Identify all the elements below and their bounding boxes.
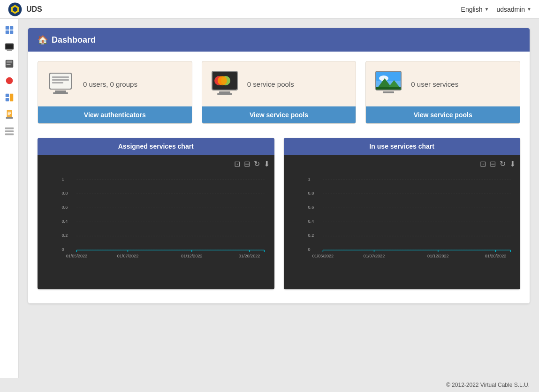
charts-row: Assigned services chart ⊡ ⊟ ↻ ⬇ 0 — [28, 138, 530, 289]
assigned-chart-icons: ⊡ ⊟ ↻ ⬇ — [42, 159, 270, 168]
view-authenticators-button[interactable]: View authenticators — [38, 106, 192, 123]
stat-card-users: 0 users, 0 groups View authenticators — [38, 61, 192, 124]
svg-rect-1 — [5, 26, 8, 30]
sidebar-item-dashboard[interactable] — [2, 23, 17, 38]
language-label: English — [461, 6, 483, 13]
assigned-chart-area: 0 0.2 0.4 0.6 0.8 1 — [42, 172, 270, 285]
services-icon — [4, 42, 15, 52]
svg-rect-30 — [55, 90, 66, 92]
service-pools-stat-icon — [210, 69, 240, 99]
sidebar-item-connectivity[interactable] — [2, 73, 17, 88]
svg-rect-31 — [53, 92, 68, 94]
svg-rect-15 — [5, 98, 8, 101]
view-user-services-button[interactable]: View service pools — [366, 106, 520, 123]
stat-top-users: 0 users, 0 groups — [38, 61, 192, 106]
svg-text:0.6: 0.6 — [308, 205, 314, 210]
svg-point-13 — [6, 77, 13, 84]
sidebar — [0, 19, 19, 378]
navbar: UDS English ▼ udsadmin ▼ — [0, 0, 539, 19]
svg-text:1: 1 — [62, 177, 64, 181]
svg-rect-22 — [5, 128, 13, 129]
authenticator-stat-icon — [46, 69, 76, 99]
svg-text:0.8: 0.8 — [62, 191, 68, 196]
sidebar-item-config[interactable] — [2, 124, 17, 139]
svg-rect-29 — [52, 82, 63, 83]
svg-text:0: 0 — [308, 247, 310, 252]
dashboard-icon — [4, 25, 15, 35]
inuse-chart-expand-icon[interactable]: ⊡ — [480, 159, 486, 168]
connectivity-icon — [4, 75, 15, 86]
stat-service-pools-value: 0 service pools — [247, 80, 294, 88]
assigned-chart-copy-icon[interactable]: ⊟ — [244, 159, 250, 168]
svg-text:01/12/2022: 01/12/2022 — [427, 254, 448, 258]
app-title: UDS — [26, 5, 42, 14]
svg-rect-23 — [5, 130, 13, 132]
sidebar-item-tools[interactable] — [2, 90, 17, 105]
svg-rect-26 — [50, 74, 71, 89]
svg-rect-28 — [52, 79, 69, 81]
svg-point-36 — [218, 76, 227, 85]
assigned-chart-title: Assigned services chart — [38, 138, 274, 155]
reports-icon — [4, 109, 15, 120]
config-icon — [4, 126, 15, 136]
user-label: udsadmin — [496, 6, 525, 13]
navbar-right: English ▼ udsadmin ▼ — [461, 6, 531, 13]
view-service-pools-button[interactable]: View service pools — [202, 106, 356, 123]
stat-top-user-services: 0 user services — [366, 61, 520, 106]
inuse-chart-download-icon[interactable]: ⬇ — [509, 159, 516, 168]
navbar-left: UDS — [8, 2, 42, 17]
assigned-chart-body: ⊡ ⊟ ↻ ⬇ 0 0.2 0.4 0.6 — [38, 155, 274, 289]
svg-rect-37 — [219, 91, 230, 93]
sidebar-item-reports[interactable] — [2, 107, 17, 122]
inuse-chart-body: ⊡ ⊟ ↻ ⬇ 0 0.2 0.4 0.6 — [284, 155, 521, 289]
stats-row: 0 users, 0 groups View authenticators — [28, 52, 530, 133]
svg-rect-27 — [52, 76, 69, 78]
dashboard-title: Dashboard — [52, 35, 96, 45]
sidebar-item-services[interactable] — [2, 39, 17, 54]
svg-rect-11 — [6, 62, 12, 63]
authenticators-icon — [4, 59, 15, 69]
assigned-chart-svg: 0 0.2 0.4 0.6 0.8 1 — [59, 172, 270, 266]
inuse-chart-copy-icon[interactable]: ⊟ — [490, 159, 496, 168]
inuse-services-chart: In use services chart ⊡ ⊟ ↻ ⬇ 0 — [284, 138, 521, 289]
svg-text:1: 1 — [308, 177, 310, 181]
svg-text:0.8: 0.8 — [308, 191, 314, 196]
inuse-chart-icons: ⊡ ⊟ ↻ ⬇ — [288, 159, 516, 168]
assigned-chart-download-icon[interactable]: ⬇ — [264, 159, 270, 168]
uds-logo — [8, 2, 23, 17]
svg-rect-14 — [5, 94, 8, 97]
sidebar-item-authenticators[interactable] — [2, 56, 17, 71]
svg-text:01/12/2022: 01/12/2022 — [181, 254, 202, 258]
stat-card-user-services: 0 user services View service pools — [365, 61, 520, 124]
svg-text:01/05/2022: 01/05/2022 — [312, 254, 333, 258]
language-chevron-icon: ▼ — [484, 7, 489, 12]
svg-text:01/07/2022: 01/07/2022 — [117, 254, 138, 258]
inuse-chart-svg: 0 0.2 0.4 0.6 0.8 1 — [305, 172, 516, 266]
dashboard-card: 🏠 Dashboard — [28, 28, 530, 303]
user-menu[interactable]: udsadmin ▼ — [496, 6, 531, 13]
svg-text:01/20/2022: 01/20/2022 — [239, 254, 260, 258]
stat-users-value: 0 users, 0 groups — [83, 80, 137, 88]
dashboard-icon-header: 🏠 — [38, 35, 48, 45]
footer-text: © 2012-2022 Virtual Cable S.L.U. — [446, 382, 530, 388]
stat-card-service-pools: 0 service pools View service pools — [202, 61, 357, 124]
svg-rect-3 — [5, 30, 8, 34]
svg-rect-45 — [376, 87, 401, 90]
svg-rect-21 — [6, 117, 13, 119]
inuse-chart-refresh-icon[interactable]: ↻ — [500, 159, 506, 168]
stat-user-services-value: 0 user services — [411, 80, 458, 88]
svg-text:0: 0 — [62, 247, 64, 252]
svg-rect-19 — [8, 113, 11, 113]
language-selector[interactable]: English ▼ — [461, 6, 489, 13]
svg-rect-18 — [8, 112, 11, 113]
assigned-chart-expand-icon[interactable]: ⊡ — [234, 159, 240, 168]
svg-rect-6 — [6, 45, 13, 49]
user-chevron-icon: ▼ — [527, 7, 531, 12]
inuse-chart-title: In use services chart — [284, 138, 521, 155]
tools-icon — [4, 92, 15, 103]
svg-rect-10 — [6, 61, 12, 62]
svg-text:0.4: 0.4 — [62, 219, 68, 224]
svg-text:0.2: 0.2 — [308, 233, 314, 238]
svg-text:01/07/2022: 01/07/2022 — [363, 254, 384, 258]
assigned-chart-refresh-icon[interactable]: ↻ — [254, 159, 260, 168]
